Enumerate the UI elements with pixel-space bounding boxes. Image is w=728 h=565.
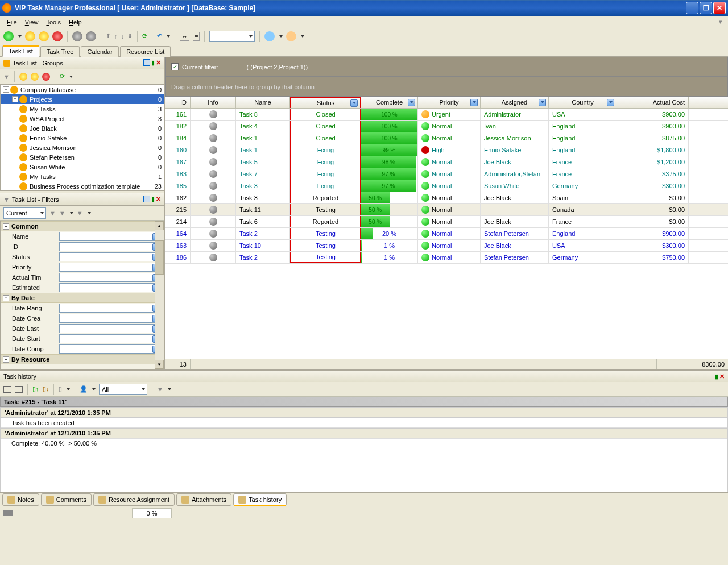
tree-expand-icon[interactable]: + <box>12 96 18 102</box>
filter-row[interactable]: Name <box>1 231 164 242</box>
panel-btn[interactable] <box>143 59 150 66</box>
sort-desc-icon[interactable]: ▯↓ <box>43 385 49 393</box>
filter-chevron-icon[interactable] <box>607 99 614 106</box>
filter-group-header[interactable]: −By Resource <box>1 354 164 364</box>
filter-row[interactable]: ID <box>1 242 164 252</box>
toolbar-combo[interactable] <box>209 31 255 42</box>
filter-group-header[interactable]: −Common <box>1 221 164 231</box>
mode-btn-1[interactable]: ↔ <box>180 32 189 41</box>
arrow-up-icon[interactable]: ⬆ <box>106 32 111 40</box>
tab-task-tree[interactable]: Task Tree <box>40 46 80 57</box>
toolbar-btn-4[interactable] <box>52 31 63 41</box>
user-icon[interactable]: 👤 <box>80 385 88 393</box>
filter-row[interactable]: Date Comp <box>1 344 164 354</box>
group-bar[interactable]: Drag a column header here to group by th… <box>165 77 728 97</box>
toolbar-btn-3[interactable] <box>39 31 49 41</box>
filter-combo[interactable] <box>59 273 162 282</box>
table-row[interactable]: 215Task 11Testing50 %NormalCanada$0.00 <box>165 204 728 216</box>
table-row[interactable]: 214Task 6Reported50 %NormalJoe BlackFran… <box>165 216 728 228</box>
funnel-plus-icon[interactable]: ▼ <box>77 210 83 217</box>
mode-btn-2[interactable]: ≡ <box>193 32 200 41</box>
history-combo[interactable]: All <box>99 384 147 395</box>
filter-chevron-icon[interactable] <box>350 99 358 107</box>
filter-combo[interactable] <box>59 263 162 272</box>
filter-row[interactable]: Priority <box>1 262 164 272</box>
tree-expand-icon[interactable]: - <box>3 86 9 93</box>
sort-asc-icon[interactable]: ▯↑ <box>32 385 39 393</box>
column-header-actual-cost[interactable]: Actual Cost <box>617 97 689 108</box>
filter-current-combo[interactable]: Current <box>3 207 46 219</box>
funnel-minus-icon[interactable]: ▼ <box>59 210 65 217</box>
filter-list[interactable]: −CommonNameIDStatusPriorityActual TimEst… <box>0 221 164 369</box>
tree-node[interactable]: Stefan Petersen0 <box>1 152 164 162</box>
arrow-up2-icon[interactable]: ↑ <box>114 33 118 40</box>
tree-node[interactable]: My Tasks1 <box>1 172 164 181</box>
bottom-tab-resource-assignment[interactable]: Resource Assignment <box>93 493 175 506</box>
scrollbar[interactable]: ▲ ▼ <box>155 221 164 369</box>
menu-file[interactable]: File <box>3 18 20 27</box>
refresh-icon[interactable]: ⟳ <box>142 32 147 40</box>
table-row[interactable]: 183Task 7Fixing97 %NormalAdministrator,S… <box>165 168 728 180</box>
table-row[interactable]: 184Task 1Closed100 %NormalJessica Morris… <box>165 132 728 144</box>
tree-node[interactable]: Susan White0 <box>1 162 164 172</box>
funnel-icon3[interactable]: ▼ <box>157 386 163 393</box>
tab-calendar[interactable]: Calendar <box>81 46 119 57</box>
tree-node[interactable]: +Projects0 <box>1 94 164 104</box>
groups-tree[interactable]: -Company Database0+Projects0My Tasks3WSA… <box>0 84 164 191</box>
tb-grp-3[interactable] <box>42 73 50 81</box>
menu-tools[interactable]: Tools <box>43 18 64 27</box>
filter-chevron-icon[interactable] <box>470 99 478 106</box>
toolbar-btn-7[interactable] <box>264 31 275 41</box>
table-row[interactable]: 185Task 3Fixing97 %NormalSusan WhiteGerm… <box>165 180 728 192</box>
arrow-down-icon[interactable]: ↓ <box>121 33 125 40</box>
copy-icon[interactable]: ▯ <box>59 385 62 393</box>
filter-combo[interactable] <box>59 344 162 354</box>
table-row[interactable]: 162Task 3Reported50 %NormalJoe BlackSpai… <box>165 192 728 204</box>
filter-row[interactable]: Actual Tim <box>1 272 164 282</box>
tab-task-list[interactable]: Task List <box>2 45 39 57</box>
maximize-button[interactable]: ❐ <box>700 2 712 14</box>
filter-row[interactable]: Date Start <box>1 334 164 344</box>
column-header-priority[interactable]: Priority <box>418 97 481 108</box>
column-header-name[interactable]: Name <box>236 97 290 108</box>
table-row[interactable]: 186Task 2Testing1 %NormalStefan Petersen… <box>165 252 728 264</box>
filter-row[interactable]: Estimated <box>1 282 164 293</box>
filter-row[interactable]: Status <box>1 252 164 262</box>
refresh-grp-icon[interactable]: ⟳ <box>60 73 65 80</box>
panel-close-icon2[interactable]: ✕ <box>156 196 161 203</box>
menu-help[interactable]: Help <box>65 18 85 27</box>
close-button[interactable]: ✕ <box>713 2 726 14</box>
bottom-tab-notes[interactable]: Notes <box>2 493 39 506</box>
filter-combo[interactable] <box>59 252 162 261</box>
column-header-status[interactable]: Status <box>290 97 361 108</box>
tree-node[interactable]: My Tasks3 <box>1 104 164 114</box>
tree-node[interactable]: Joe Black0 <box>1 123 164 133</box>
minimize-button[interactable]: _ <box>686 2 698 14</box>
filter-group-header[interactable]: −By Date <box>1 293 164 303</box>
column-header-country[interactable]: Country <box>549 97 617 108</box>
toolbar-btn-1[interactable] <box>3 31 14 41</box>
table-row[interactable]: 163Task 10Testing1 %NormalJoe BlackUSA$3… <box>165 240 728 252</box>
column-header-info[interactable]: Info <box>191 97 236 108</box>
print-icon[interactable] <box>3 386 11 393</box>
tree-node[interactable]: -Company Database0 <box>1 85 164 94</box>
filter-combo[interactable] <box>59 304 162 313</box>
tree-node[interactable]: Ennio Satake0 <box>1 133 164 143</box>
panel-close-icon3[interactable]: ✕ <box>719 373 725 380</box>
panel-btn2[interactable] <box>143 196 150 202</box>
filter-checkbox[interactable]: ✓ <box>171 63 179 70</box>
filter-combo[interactable] <box>59 324 162 333</box>
column-header-id[interactable]: ID <box>165 97 191 108</box>
print-preview-icon[interactable] <box>15 386 23 393</box>
menu-expand-icon[interactable]: ▾ <box>717 18 725 26</box>
tb-grp-2[interactable] <box>31 73 39 81</box>
toolbar-btn-8[interactable] <box>286 31 296 41</box>
tree-node[interactable]: Business Process optimization template23 <box>1 181 164 191</box>
filter-combo[interactable] <box>59 314 162 323</box>
bottom-tab-task-history[interactable]: Task history <box>233 493 287 506</box>
table-row[interactable]: 160Task 1Fixing99 %HighEnnio SatakeEngla… <box>165 144 728 156</box>
filter-chevron-icon[interactable] <box>539 99 546 106</box>
undo-icon[interactable]: ↶ <box>157 32 162 40</box>
toolbar-btn-5[interactable] <box>72 31 82 41</box>
pin-icon3[interactable]: ▮ <box>715 373 718 380</box>
